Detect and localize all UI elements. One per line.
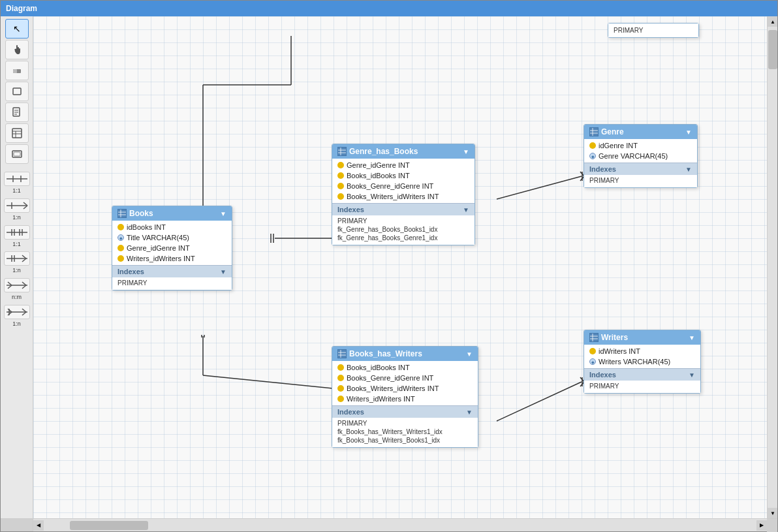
rel-n-m-tool[interactable] [4, 278, 30, 292]
pointer-tool[interactable]: ↖ [5, 19, 29, 39]
bhw-indexes-header[interactable]: Indexes ▼ [332, 406, 478, 418]
bhw-dropdown[interactable]: ▼ [466, 351, 473, 358]
writers-table[interactable]: Writers ▼ idWriters INT Writers VARCHAR(… [584, 330, 701, 394]
rel-1-nb-tool[interactable] [4, 251, 30, 266]
genre-indexes-label: Indexes [589, 165, 616, 173]
books-indexes-label: Indexes [117, 268, 144, 275]
rel-1-nc-label: 1:n [12, 321, 21, 328]
genre-field-2: Genre VARCHAR(45) [584, 151, 697, 161]
ghb-indexes-label: Indexes [337, 206, 364, 213]
scroll-left[interactable]: ◀ [33, 520, 44, 531]
ghb-field-3: Books_Genre_idGenre INT [332, 181, 475, 191]
genre-header: Genre ▼ [584, 125, 697, 139]
ghb-field-2: Books_idBooks INT [332, 170, 475, 181]
books-indexes-body: PRIMARY [112, 277, 232, 290]
ghb-field-4-text: Books_Writers_idWriters INT [347, 193, 439, 200]
svg-rect-7 [12, 129, 22, 138]
genre-indexes-header[interactable]: Indexes ▼ [584, 163, 697, 175]
rel-1-1b-tool[interactable] [4, 225, 30, 240]
books-table[interactable]: Books ▼ idBooks INT Title VARCHAR(45) [112, 206, 232, 290]
rel-n-m-label: n:m [12, 294, 22, 301]
writers-indexes-dropdown[interactable]: ▼ [689, 371, 695, 379]
genre-dropdown[interactable]: ▼ [685, 129, 692, 136]
bhw-field-1: Books_idBooks INT [332, 362, 478, 373]
top-partial-table: PRIMARY [608, 23, 699, 38]
ghb-field-3-text: Books_Genre_idGenre INT [347, 182, 433, 190]
pk-icon [589, 348, 596, 354]
eraser-tool[interactable] [5, 61, 29, 80]
genre-index-1: PRIMARY [589, 176, 692, 185]
genre-indexes-body: PRIMARY [584, 175, 697, 187]
bhw-field-2-text: Books_Genre_idGenre INT [347, 374, 433, 382]
writers-field-1: idWriters INT [584, 346, 700, 356]
bhw-indexes-body: PRIMARY fk_Books_has_Writers_Writers1_id… [332, 418, 478, 447]
genre-field-2-text: Genre VARCHAR(45) [599, 152, 668, 160]
svg-line-43 [203, 375, 334, 388]
table-grid-tool[interactable] [5, 123, 29, 143]
bhw-field-1-text: Books_idBooks INT [347, 364, 410, 371]
books-table-header: Books ▼ [112, 206, 232, 221]
right-scrollbar[interactable]: ▲ ▼ [767, 16, 777, 518]
writers-dropdown[interactable]: ▼ [689, 334, 695, 341]
books-indexes-dropdown[interactable]: ▼ [220, 268, 226, 275]
ghb-indexes-body: PRIMARY fk_Genre_has_Books_Books1_idx fk… [332, 215, 475, 245]
books-field-4-text: Writers_idWriters INT [127, 255, 195, 262]
genre-has-books-dropdown[interactable]: ▼ [463, 148, 469, 155]
ghb-field-1-text: Genre_idGenre INT [347, 161, 410, 169]
pk-icon [337, 364, 344, 371]
ghb-indexes-dropdown[interactable]: ▼ [463, 206, 469, 213]
books-fields: idBooks INT Title VARCHAR(45) Genre_idGe… [112, 221, 232, 265]
note-tool[interactable] [5, 102, 29, 122]
layers-tool[interactable] [5, 144, 29, 164]
rel-1-1-tool[interactable] [4, 172, 30, 186]
pk-icon [337, 385, 344, 392]
books-indexes-header[interactable]: Indexes ▼ [112, 266, 232, 277]
writers-field-2: Writers VARCHAR(45) [584, 356, 700, 367]
rel-1-1-group: 1:1 [1, 170, 33, 196]
books-table-title: Books [129, 209, 153, 218]
rel-1-nb-group: 1:n [1, 250, 33, 275]
writers-fields: idWriters INT Writers VARCHAR(45) [584, 345, 700, 368]
books-field-3-text: Genre_idGenre INT [127, 244, 190, 252]
svg-rect-73 [590, 128, 598, 136]
rel-1-nc-tool[interactable] [4, 305, 30, 319]
ghb-indexes-header[interactable]: Indexes ▼ [332, 204, 475, 215]
bottom-scrollbar[interactable]: ◀ ▶ [33, 519, 767, 531]
bhw-index-2: fk_Books_has_Writers_Writers1_idx [337, 428, 473, 436]
bhw-field-4-text: Writers_idWriters INT [347, 395, 415, 403]
rectangle-tool[interactable] [5, 82, 29, 101]
genre-indexes-dropdown[interactable]: ▼ [685, 166, 692, 173]
scroll-up[interactable]: ▲ [768, 16, 777, 27]
books-has-writers-table[interactable]: Books_has_Writers ▼ Books_idBooks INT Bo… [332, 346, 478, 448]
bhw-indexes-dropdown[interactable]: ▼ [466, 409, 473, 416]
genre-table[interactable]: Genre ▼ idGenre INT Genre VARCHAR(45) [584, 124, 698, 188]
pk-icon [337, 375, 344, 381]
pk-icon [337, 193, 344, 200]
genre-has-books-table[interactable]: Genre_has_Books ▼ Genre_idGenre INT Book… [332, 144, 475, 245]
ghb-indexes-section: Indexes ▼ PRIMARY fk_Genre_has_Books_Boo… [332, 203, 475, 245]
genre-title: Genre [601, 127, 624, 136]
title-bar: Diagram [1, 1, 777, 16]
genre-has-books-header: Genre_has_Books ▼ [332, 144, 475, 159]
fk-icon [589, 153, 596, 159]
bhw-field-3: Books_Writers_idWriters INT [332, 383, 478, 394]
books-index-1: PRIMARY [117, 279, 226, 287]
diagram-canvas[interactable]: PRIMARY Books ▼ idBoo [33, 16, 767, 518]
writers-indexes-body: PRIMARY [584, 381, 700, 393]
fk-icon [589, 358, 596, 365]
writers-field-2-text: Writers VARCHAR(45) [599, 358, 670, 366]
rel-1-1-label: 1:1 [12, 187, 21, 195]
writers-icon [589, 333, 599, 342]
scroll-down[interactable]: ▼ [768, 508, 777, 518]
scroll-thumb-vertical[interactable] [768, 30, 777, 69]
genre-fields: idGenre INT Genre VARCHAR(45) [584, 139, 697, 163]
books-dropdown[interactable]: ▼ [220, 210, 226, 217]
bottom-area: ◀ ▶ [1, 518, 777, 531]
hand-tool[interactable] [5, 40, 29, 59]
scroll-right[interactable]: ▶ [756, 520, 767, 531]
writers-indexes-label: Indexes [589, 371, 616, 379]
svg-rect-2 [13, 88, 21, 95]
scroll-thumb-horizontal[interactable] [70, 521, 148, 530]
rel-1-n-tool[interactable] [4, 198, 30, 213]
writers-indexes-header[interactable]: Indexes ▼ [584, 369, 700, 381]
